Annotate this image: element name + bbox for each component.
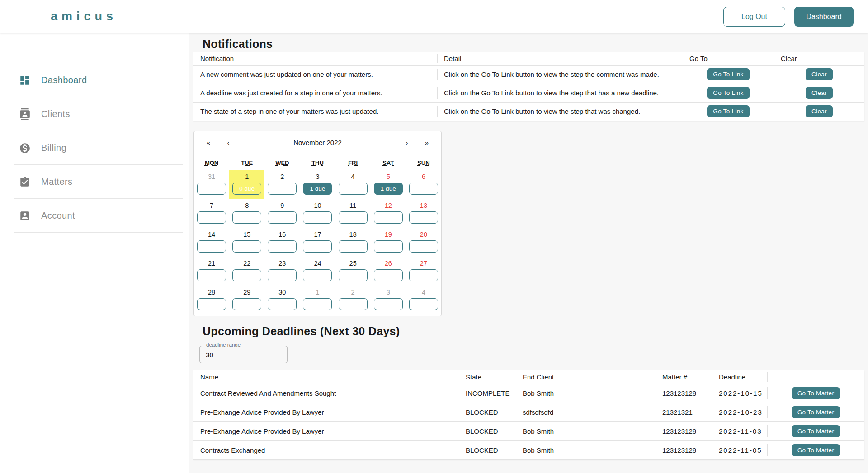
- dashboard-button[interactable]: Dashboard: [794, 7, 854, 27]
- notification-detail: Click on the Go To Link button to view t…: [437, 102, 683, 121]
- sidebar-item-clients[interactable]: Clients: [0, 97, 189, 131]
- calendar-day-tile[interactable]: 7: [194, 199, 229, 228]
- weekday-label: TUE: [229, 159, 264, 166]
- calendar-day-tile[interactable]: 10: [300, 199, 335, 228]
- day-slot: [374, 240, 403, 253]
- column-header-notification: Notification: [193, 52, 437, 65]
- sidebar-item-billing[interactable]: Billing: [0, 131, 189, 165]
- calendar-day-tile[interactable]: 2: [335, 286, 371, 315]
- deadlines-header-row: Name State End Client Matter # Deadline: [193, 370, 864, 384]
- calendar-day-tile[interactable]: 12: [371, 199, 406, 228]
- day-number: 25: [349, 260, 357, 267]
- day-number: 24: [314, 260, 321, 267]
- day-number: 3: [387, 289, 390, 296]
- day-number: 26: [385, 260, 392, 267]
- day-slot: [339, 298, 368, 310]
- day-number: 7: [210, 202, 213, 210]
- calendar-day-tile[interactable]: 31 due: [300, 170, 335, 199]
- calendar-day-tile[interactable]: 20: [406, 228, 441, 257]
- calendar-day-tile[interactable]: 25: [335, 257, 371, 286]
- calendar-day-tile[interactable]: 22: [229, 257, 264, 286]
- deadline-range-field: deadline range: [199, 346, 288, 363]
- calendar-day-tile[interactable]: 11: [335, 199, 371, 228]
- deadline-date: 2022-10-15: [712, 384, 767, 403]
- day-number: 19: [385, 231, 392, 239]
- notifications-title: Notifications: [203, 37, 273, 51]
- calendar-prev-month-button[interactable]: ‹: [218, 139, 238, 146]
- calendar-day-tile[interactable]: 23: [264, 257, 300, 286]
- calendar-day-tile[interactable]: 15: [229, 228, 264, 257]
- go-to-link-button[interactable]: Go To Link: [707, 105, 749, 117]
- calendar-day-tile[interactable]: 30: [264, 286, 300, 315]
- notification-row: A deadline was just created for a step i…: [193, 84, 864, 102]
- due-count-badge[interactable]: 1 due: [374, 183, 403, 195]
- go-to-link-button[interactable]: Go To Link: [707, 87, 749, 99]
- calendar-day-tile[interactable]: 27: [406, 257, 441, 286]
- clear-button[interactable]: Clear: [806, 87, 833, 99]
- go-to-matter-button[interactable]: Go To Matter: [792, 406, 840, 418]
- dashboard-icon: [19, 75, 31, 86]
- calendar-day-tile-today[interactable]: 10 due: [229, 170, 264, 199]
- due-count-badge[interactable]: 1 due: [303, 183, 332, 195]
- go-to-matter-button[interactable]: Go To Matter: [792, 444, 840, 456]
- calendar-day-tile[interactable]: 4: [335, 170, 371, 199]
- calendar-prev-year-button[interactable]: «: [198, 139, 218, 146]
- clear-button[interactable]: Clear: [806, 68, 833, 80]
- calendar-day-tile[interactable]: 3: [371, 286, 406, 315]
- day-slot: [268, 183, 297, 195]
- calendar-next-month-button[interactable]: ›: [397, 139, 417, 146]
- calendar-day-tile[interactable]: 16: [264, 228, 300, 257]
- calendar-day-tile[interactable]: 26: [371, 257, 406, 286]
- calendar-day-tile[interactable]: 17: [300, 228, 335, 257]
- weekday-label: THU: [300, 159, 335, 166]
- sidebar-item-label: Account: [41, 211, 75, 221]
- notification-detail: Click on the Go To Link button to view t…: [437, 65, 683, 84]
- sidebar-item-dashboard[interactable]: Dashboard: [0, 63, 189, 97]
- day-number: 14: [208, 231, 215, 239]
- deadlines-title: Upcoming Deadlines (Next 30 Days): [203, 325, 400, 338]
- go-to-matter-button[interactable]: Go To Matter: [792, 387, 840, 399]
- calendar-day-tile[interactable]: 1: [300, 286, 335, 315]
- sidebar-item-account[interactable]: Account: [0, 199, 189, 233]
- calendar-day-tile[interactable]: 19: [371, 228, 406, 257]
- dollar-circle-icon: [19, 142, 31, 154]
- day-number: 17: [314, 231, 321, 239]
- calendar-day-tile[interactable]: 24: [300, 257, 335, 286]
- calendar-day-tile[interactable]: 6: [406, 170, 441, 199]
- day-slot: [303, 211, 332, 224]
- calendar-next-year-button[interactable]: »: [417, 139, 437, 146]
- sidebar-item-matters[interactable]: Matters: [0, 165, 189, 199]
- day-number: 1: [245, 173, 249, 181]
- go-to-matter-button[interactable]: Go To Matter: [792, 425, 840, 437]
- calendar-day-tile[interactable]: 28: [194, 286, 229, 315]
- calendar-day-tile[interactable]: 9: [264, 199, 300, 228]
- deadline-row: Pre-Exhange Advice Provided By Lawyer BL…: [193, 421, 864, 440]
- go-to-link-button[interactable]: Go To Link: [707, 68, 749, 80]
- day-slot: [232, 269, 261, 281]
- clear-button[interactable]: Clear: [806, 105, 833, 117]
- deadline-range-input[interactable]: [199, 346, 288, 363]
- weekday-label: MON: [194, 159, 229, 166]
- calendar-day-tile[interactable]: 14: [194, 228, 229, 257]
- calendar-day-tile[interactable]: 31: [194, 170, 229, 199]
- deadline-end-client: sdfsdfsdfd: [516, 403, 656, 421]
- calendar-day-tile[interactable]: 8: [229, 199, 264, 228]
- day-number: 27: [420, 260, 427, 267]
- calendar-day-tile[interactable]: 18: [335, 228, 371, 257]
- day-slot: [409, 211, 438, 224]
- calendar-day-tile[interactable]: 21: [194, 257, 229, 286]
- calendar-day-tile[interactable]: 51 due: [371, 170, 406, 199]
- day-slot: [339, 211, 368, 224]
- day-slot: [374, 211, 403, 224]
- due-count-badge[interactable]: 0 due: [232, 183, 261, 195]
- calendar-day-tile[interactable]: 13: [406, 199, 441, 228]
- log-out-button[interactable]: Log Out: [723, 7, 785, 27]
- day-number: 15: [243, 231, 250, 239]
- deadline-range-label: deadline range: [204, 342, 243, 347]
- top-header: amicus Log Out Dashboard: [0, 0, 868, 33]
- calendar: « ‹ November 2022 › » MON TUE WED THU FR…: [193, 131, 442, 316]
- calendar-day-tile[interactable]: 4: [406, 286, 441, 315]
- calendar-day-tile[interactable]: 29: [229, 286, 264, 315]
- deadline-date: 2022-11-05: [712, 440, 767, 459]
- calendar-day-tile[interactable]: 2: [264, 170, 300, 199]
